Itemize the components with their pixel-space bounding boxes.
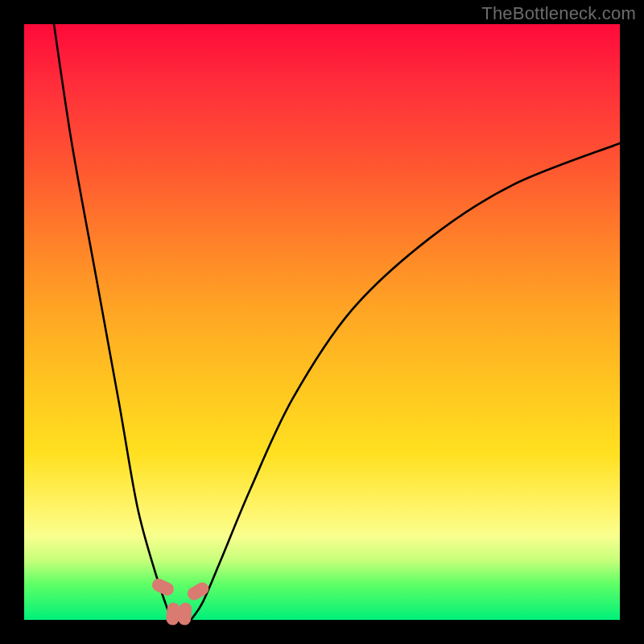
bottleneck-curve-left (54, 24, 173, 620)
curve-marker (178, 602, 192, 625)
chart-frame: TheBottleneck.com (0, 0, 644, 644)
curve-layer (24, 24, 620, 620)
attribution-label: TheBottleneck.com (481, 3, 636, 24)
bottleneck-curve-right (191, 143, 620, 620)
plot-area (24, 24, 620, 620)
curve-marker (166, 602, 180, 625)
marker-group (150, 576, 211, 625)
curve-marker (185, 580, 211, 603)
